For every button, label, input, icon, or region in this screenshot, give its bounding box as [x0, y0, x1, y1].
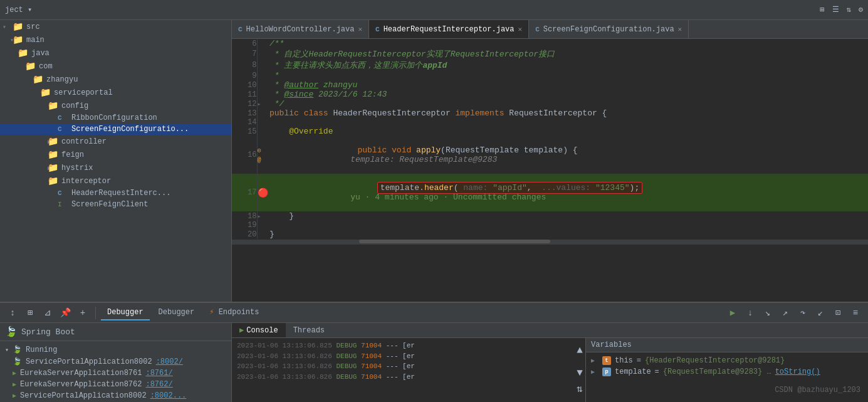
file-tree: ▾ 📁 src ▾ 📁 main ▾ 📁 java ▾ 📁 com ▾: [0, 20, 232, 302]
btn-filter[interactable]: ⊿: [40, 305, 55, 320]
tab-close-2[interactable]: ✕: [518, 25, 523, 33]
gutter-20: [257, 230, 269, 239]
spring-icon-running: 🍃: [13, 345, 22, 354]
var-expand-template[interactable]: ▶: [591, 368, 599, 376]
spring-boot-icon: 🍃: [5, 325, 18, 338]
run-item-eureka8762[interactable]: ▶ EurekaServerApplication8762 :8762/: [0, 379, 231, 390]
run-port-service2[interactable]: :8002...: [150, 391, 187, 400]
run-item-eureka8761[interactable]: ▶ EurekaServerApplication8761 :8761/: [0, 368, 231, 379]
tree-item-controller[interactable]: ▶ 📁 controller: [0, 135, 231, 148]
arrow-icon-eureka8761: ▶: [13, 369, 16, 377]
gutter-6: [257, 39, 269, 48]
tree-item-zhangyu[interactable]: ▾ 📁 zhangyu: [0, 73, 231, 86]
gutter-9: [257, 71, 269, 80]
btn-settings-2[interactable]: ≡: [848, 305, 863, 320]
debugger-tab-endpoints[interactable]: ⚡ Endpoints: [203, 305, 265, 320]
tab-close-3[interactable]: ✕: [678, 25, 682, 33]
gutter-13: [257, 108, 269, 118]
line-num-6: 6: [232, 39, 257, 48]
toolbar-align-icon[interactable]: ☰: [832, 5, 839, 14]
run-port-eureka8761[interactable]: :8761/: [145, 369, 172, 378]
toolbar-expand-icon[interactable]: ⇅: [847, 5, 851, 14]
code-col-6: /**: [269, 39, 868, 48]
run-port-eureka8762[interactable]: :8762/: [145, 380, 172, 389]
btn-step-out[interactable]: ↗: [778, 305, 793, 320]
var-name-this: this: [615, 356, 633, 365]
line-num-13: 13: [232, 108, 257, 118]
var-link-template[interactable]: toString(): [775, 368, 820, 376]
run-label-running: Running: [26, 346, 57, 354]
btn-pin[interactable]: 📌: [58, 305, 73, 320]
variables-header: Variables: [586, 338, 868, 352]
scroll-sync-btn[interactable]: ⇅: [577, 384, 583, 394]
tab-helloworldcontroller[interactable]: C HelloWordController.java ✕: [232, 20, 369, 38]
tree-item-headerrequest[interactable]: C HeaderRequestInterc...: [0, 188, 231, 199]
run-item-running[interactable]: ▾ 🍃 Running: [0, 344, 231, 356]
run-panel-header: 🍃 Spring Boot: [0, 323, 231, 341]
toolbar-settings-icon[interactable]: ⚙: [859, 5, 863, 14]
btn-step-into[interactable]: ↘: [760, 305, 775, 320]
debugger-tab-2[interactable]: Debugger: [152, 305, 201, 320]
run-expand-icon: ▾: [5, 346, 9, 354]
console-scroll-buttons: ▲ ▼ ⇅: [574, 338, 585, 402]
console-line-3: 2023-01-06 13:13:06.826 DEBUG 71004 --- …: [237, 361, 569, 372]
code-col-18: }: [269, 211, 868, 221]
tree-item-feign[interactable]: ▾ 📁 feign: [0, 148, 231, 161]
scroll-up-btn[interactable]: ▲: [577, 346, 583, 356]
gutter-12: ▸: [257, 99, 269, 108]
tree-item-main[interactable]: ▾ 📁 main: [0, 33, 231, 46]
fold-marker-12[interactable]: ▸: [258, 101, 261, 108]
gutter-14: [257, 118, 269, 127]
console-tab-icon: ▶: [239, 325, 244, 335]
code-content[interactable]: 6 /** 7 * 自定义HeaderRequestInterceptor实现了…: [232, 39, 868, 302]
bottom-panel: ↕ ⊞ ⊿ 📌 + Debugger Debugger ⚡ Endpoints …: [0, 302, 868, 402]
editor-h-scrollbar[interactable]: [232, 240, 868, 245]
tree-item-src[interactable]: ▾ 📁 src: [0, 20, 231, 33]
subtab-console[interactable]: ▶ Console: [232, 323, 286, 337]
btn-add[interactable]: +: [75, 305, 90, 320]
code-col-19: [269, 221, 868, 230]
console-output[interactable]: 2023-01-06 13:13:06.825 DEBUG 71004 --- …: [232, 338, 574, 402]
var-item-template: ▶ p template = {RequestTemplate@9283} … …: [586, 366, 868, 378]
run-items: ▾ 🍃 Running 🍃 ServicePortalApplication80…: [0, 341, 231, 402]
tree-item-interceptor[interactable]: ▾ 📁 interceptor: [0, 174, 231, 188]
tree-item-ribbon[interactable]: C RibbonConfiguration: [0, 112, 231, 124]
file-tree-scroll[interactable]: ▾ 📁 src ▾ 📁 main ▾ 📁 java ▾ 📁 com ▾: [0, 20, 231, 302]
btn-resume[interactable]: ▶: [725, 305, 740, 320]
btn-evaluate[interactable]: ↙: [813, 305, 828, 320]
code-line-8: 8 * 主要往请求头加点东西，这里演示加个appId: [232, 60, 868, 71]
code-col-9: *: [269, 71, 868, 80]
var-item-this: ▶ t this = {HeaderRequestInterceptor@928…: [586, 355, 868, 366]
toolbar-layout-icon[interactable]: ⊞: [820, 5, 824, 14]
tree-item-screenfeignconfig[interactable]: C ScreenFeignConfiguratio...: [0, 124, 231, 135]
tab-divider-1: [95, 307, 96, 319]
btn-step-over[interactable]: ↕: [5, 305, 20, 320]
tree-item-hystrix[interactable]: ▶ 📁 hystrix: [0, 161, 231, 174]
tab-screenfeignconfiguration[interactable]: C ScreenFeignConfiguration.java ✕: [529, 20, 689, 38]
var-icon-template: p: [602, 368, 611, 376]
run-item-service8002[interactable]: 🍃 ServicePortalApplication8002 :8002/: [0, 356, 231, 368]
btn-step-over-2[interactable]: ↓: [743, 305, 758, 320]
btn-frames[interactable]: ⊞: [23, 305, 38, 320]
btn-watch[interactable]: ⊡: [830, 305, 845, 320]
gutter-7: [257, 48, 269, 60]
tree-item-config[interactable]: ▾ 📁 config: [0, 99, 231, 112]
var-val-template: {RequestTemplate@9283} …: [663, 368, 771, 376]
subtab-threads[interactable]: Threads: [286, 323, 332, 337]
fold-marker-18[interactable]: ▸: [258, 213, 261, 220]
run-port-service[interactable]: :8002/: [156, 357, 183, 366]
debugger-tab-1[interactable]: Debugger: [101, 305, 150, 320]
run-label-eureka8762: EurekaServerApplication8762: [20, 380, 142, 389]
run-item-service8002b[interactable]: ▶ ServicePortalApplication8002 :8002...: [0, 390, 231, 401]
btn-run-to-cursor[interactable]: ↷: [795, 305, 810, 320]
tab-headerrequestinterceptor[interactable]: C HeaderRequestInterceptor.java ✕: [369, 20, 529, 38]
var-eq-this: =: [637, 356, 641, 365]
tree-item-serviceportal[interactable]: ▾ 📁 serviceportal: [0, 86, 231, 99]
tree-item-java[interactable]: ▾ 📁 java: [0, 46, 231, 60]
tab-close-1[interactable]: ✕: [358, 25, 362, 33]
tree-item-com[interactable]: ▾ 📁 com: [0, 60, 231, 73]
tree-item-screenfeignclient[interactable]: I ScreenFeignClient: [0, 199, 231, 210]
var-expand-this[interactable]: ▶: [591, 357, 599, 364]
scroll-down-btn[interactable]: ▼: [577, 368, 583, 378]
code-col-12: */: [269, 99, 868, 108]
